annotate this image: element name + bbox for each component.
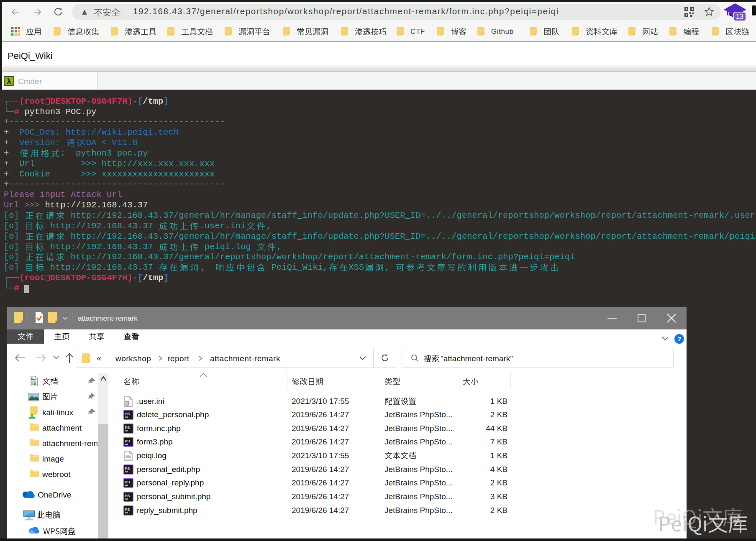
svg-text:PS: PS	[125, 507, 130, 511]
svg-text:PS: PS	[125, 425, 130, 429]
svg-text:?: ?	[677, 335, 681, 342]
svg-text:13: 13	[736, 13, 743, 20]
svg-text:PS: PS	[125, 493, 130, 498]
svg-text:PS: PS	[125, 480, 130, 484]
svg-text:λ: λ	[7, 77, 11, 86]
svg-text:PS: PS	[125, 466, 130, 470]
svg-text:PS: PS	[125, 411, 130, 416]
svg-text:PS: PS	[125, 439, 130, 443]
